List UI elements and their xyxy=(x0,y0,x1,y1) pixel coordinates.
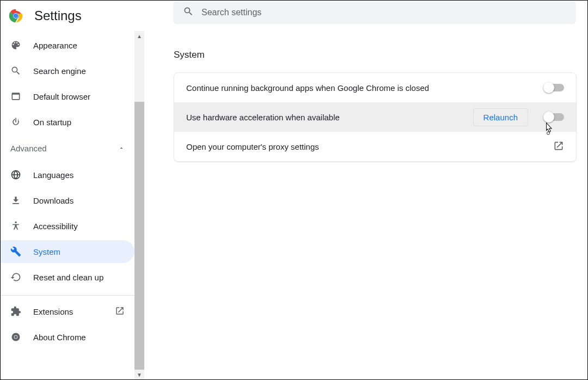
sidebar-item-label: System xyxy=(33,247,60,256)
sidebar-section-advanced[interactable]: Advanced xyxy=(1,136,134,161)
sidebar-item-label: On startup xyxy=(33,118,71,127)
puzzle-icon xyxy=(10,306,21,317)
chevron-up-icon xyxy=(118,144,125,153)
wrench-icon xyxy=(10,246,21,257)
sidebar-item-extensions[interactable]: Extensions xyxy=(1,300,134,323)
search-icon xyxy=(183,6,194,19)
sidebar-item-label: About Chrome xyxy=(33,333,86,342)
search-input[interactable] xyxy=(201,8,566,17)
svg-point-7 xyxy=(15,336,17,339)
main-content: System Continue running background apps … xyxy=(144,31,587,379)
sidebar-item-label: Accessibility xyxy=(33,222,78,231)
external-link-icon xyxy=(115,306,125,317)
power-icon xyxy=(10,117,21,127)
relaunch-button[interactable]: Relaunch xyxy=(473,108,528,126)
accessibility-icon xyxy=(10,220,21,231)
download-icon xyxy=(10,195,21,206)
sidebar-item-on-startup[interactable]: On startup xyxy=(1,111,134,133)
sidebar-scrollbar[interactable]: ▲ ▼ xyxy=(134,31,144,379)
browser-window-icon xyxy=(10,91,21,102)
sidebar-item-default-browser[interactable]: Default browser xyxy=(1,85,134,108)
svg-point-4 xyxy=(15,222,16,223)
sidebar-item-label: Languages xyxy=(33,170,74,180)
sidebar-item-label: Extensions xyxy=(33,307,73,316)
sidebar-item-appearance[interactable]: Appearance xyxy=(1,34,134,57)
section-heading: System xyxy=(174,50,577,60)
external-link-icon xyxy=(553,140,564,153)
page-title: Settings xyxy=(34,8,82,23)
toggle-hardware-acceleration[interactable] xyxy=(544,113,564,121)
sidebar-item-accessibility[interactable]: Accessibility xyxy=(1,214,134,237)
sidebar-item-label: Appearance xyxy=(33,41,77,50)
globe-icon xyxy=(10,169,21,180)
sidebar-item-about-chrome[interactable]: About Chrome xyxy=(1,326,134,348)
scrollbar-up-arrow[interactable]: ▲ xyxy=(134,31,144,41)
row-background-apps[interactable]: Continue running background apps when Go… xyxy=(174,73,576,102)
sidebar-item-label: Reset and clean up xyxy=(33,273,103,282)
scrollbar-down-arrow[interactable]: ▼ xyxy=(134,370,144,379)
sidebar-divider xyxy=(1,295,134,296)
title-bar: Settings xyxy=(1,1,587,31)
row-hardware-acceleration[interactable]: Use hardware acceleration when available… xyxy=(174,102,576,132)
row-label: Continue running background apps when Go… xyxy=(186,83,538,93)
palette-icon xyxy=(10,40,21,51)
sidebar-item-reset[interactable]: Reset and clean up xyxy=(1,266,134,289)
row-label: Open your computer's proxy settings xyxy=(186,142,547,151)
sidebar-item-label: Search engine xyxy=(33,66,86,76)
row-label: Use hardware acceleration when available xyxy=(186,113,467,122)
sidebar-item-label: Default browser xyxy=(33,92,90,101)
restore-icon xyxy=(10,272,21,283)
toggle-background-apps[interactable] xyxy=(544,84,564,91)
sidebar: Appearance Search engine Default browser… xyxy=(1,31,144,379)
sidebar-item-system[interactable]: System xyxy=(1,240,134,263)
advanced-label: Advanced xyxy=(10,144,47,153)
system-settings-card: Continue running background apps when Go… xyxy=(174,72,577,162)
sidebar-item-downloads[interactable]: Downloads xyxy=(1,189,134,212)
sidebar-item-languages[interactable]: Languages xyxy=(1,163,134,186)
chrome-icon xyxy=(10,332,21,342)
chrome-logo-icon xyxy=(8,8,23,23)
scrollbar-thumb[interactable] xyxy=(134,102,144,370)
sidebar-item-search-engine[interactable]: Search engine xyxy=(1,59,134,82)
svg-point-2 xyxy=(14,14,18,18)
search-icon xyxy=(10,65,21,76)
row-proxy-settings[interactable]: Open your computer's proxy settings xyxy=(174,132,576,161)
sidebar-item-label: Downloads xyxy=(33,196,74,205)
search-settings-field[interactable] xyxy=(173,1,576,24)
